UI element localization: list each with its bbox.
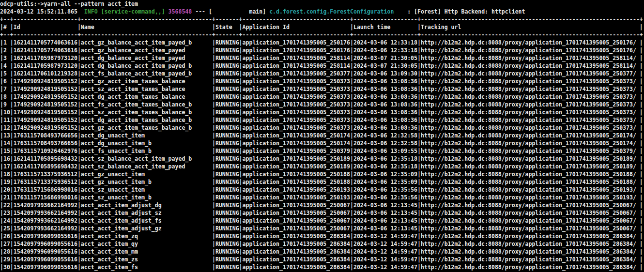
table-row: |6 |1749290924819505152|acct_gz_acct_ite… (0, 77, 644, 85)
table-row: |26|1542097996099055616|acct_acct_item_z… (0, 232, 644, 240)
log-thread: --- [ main] (192, 8, 269, 15)
table-row: |10|1749290924819505152|acct_sz_acct_ite… (0, 108, 644, 116)
yarn-applications-table: +--+-------------------+----------------… (0, 15, 644, 271)
table-row: |19|1763115713375936512|acct_gz_unacct_i… (0, 178, 644, 186)
log-gap (165, 8, 169, 15)
command-line: odcp-utils:->yarn-all --pattern acct_ite… (0, 0, 644, 8)
table-row: |3 |1621411705987973120|acct_dg_balance_… (0, 54, 644, 62)
table-row: |2 |1621411705774063616|acct_gz_balance_… (0, 46, 644, 54)
table-row: |29|1542097996099055616|acct_acct_item_z… (0, 256, 644, 263)
table-row: |17|1621411705895698432|acct_sz_balance_… (0, 163, 644, 170)
table-row: |24|1542097993662164992|acct_acct_item_a… (0, 217, 644, 225)
table-row: |28|1542097996099055616|acct_acct_item_m… (0, 248, 644, 256)
table-border: +--+-------------------+----------------… (0, 15, 644, 23)
table-row: |23|1542097993662164992|acct_acct_item_a… (0, 209, 644, 217)
table-row: |12|1749290924819505152|acct_gz_acct_ite… (0, 124, 644, 132)
table-row: |15|1763115710926462976|acct_fs_unacct_i… (0, 147, 644, 155)
table-row: |22|1542097993662164992|acct_acct_item_a… (0, 201, 644, 209)
table-row: |1 |1621411705774063616|acct_gz_balance_… (0, 39, 644, 46)
log-pid: 3568548 (169, 8, 192, 15)
terminal-window[interactable]: odcp-utils:->yarn-all --pattern acct_ite… (0, 0, 644, 272)
log-timestamp: 2024-03-12 15:52:11.865 (0, 8, 81, 15)
table-row: |7 |1749290924819505152|acct_sz_acct_ite… (0, 85, 644, 93)
shell-prompt: odcp-utils:-> (0, 0, 44, 7)
table-row: |20|1763115715686998016|acct_sz_unacct_i… (0, 186, 644, 194)
table-row: |27|1542097996099055616|acct_acct_item_q… (0, 240, 644, 248)
log-level-and-context: INFO [service-command,,] (81, 8, 165, 15)
table-header: |# |Id |Name |State |Application Id |Lau… (0, 23, 644, 31)
table-row: |30|1542097996099055616|acct_acct_item_f… (0, 263, 644, 271)
table-row: |21|1763115715686998016|acct_sz_unacct_i… (0, 194, 644, 201)
table-row: |13|1763115708493766656|acct_dg_unacct_i… (0, 132, 644, 139)
table-row: |8 |1749290924819505152|acct_dg_acct_ite… (0, 93, 644, 101)
table-row: |11|1749290924819505152|acct_dg_acct_ite… (0, 116, 644, 124)
table-row: |14|1763115708493766656|acct_dg_unacct_i… (0, 139, 644, 147)
log-logger: c.d.forest.config.ForestConfiguration (269, 8, 394, 15)
table-row: |16|1621411705895698432|acct_sz_balance_… (0, 155, 644, 163)
table-border: +--+-------------------+----------------… (0, 31, 644, 39)
table-row: |25|1542097993662164992|acct_acct_item_a… (0, 225, 644, 232)
table-row: |5 |1621411706101219328|acct_fs_balance_… (0, 70, 644, 77)
table-row: |18|1763115713375936512|acct_gz_unacct_i… (0, 170, 644, 178)
table-row: |9 |1749290924819505152|acct_fs_acct_ite… (0, 101, 644, 108)
table-row: |4 |1621411705987973120|acct_dg_balance_… (0, 62, 644, 70)
log-line: 2024-03-12 15:52:11.865 INFO [service-co… (0, 8, 644, 15)
log-message: : [Forest] Http Backend: httpclient (394, 8, 525, 15)
shell-command: yarn-all --pattern acct_item (44, 0, 138, 7)
